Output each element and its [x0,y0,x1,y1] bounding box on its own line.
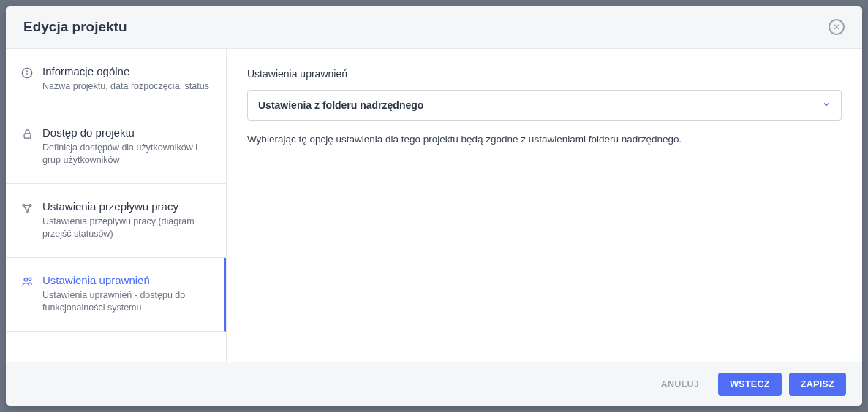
sidebar-item-workflow-settings[interactable]: Ustawienia przepływu pracy Ustawienia pr… [6,184,226,258]
sidebar-item-desc: Nazwa projektu, data rozpoczęcia, status [42,80,211,94]
chevron-down-icon [822,100,831,111]
sidebar-item-permissions-settings[interactable]: Ustawienia uprawnień Ustawienia uprawnie… [6,258,226,332]
content-panel: Ustawienia uprawnień Ustawienia z folder… [227,49,862,362]
save-button[interactable]: ZAPISZ [789,373,846,396]
workflow-icon [20,202,34,215]
sidebar-item-desc: Ustawienia przepływu pracy (diagram prze… [42,215,211,241]
svg-point-2 [27,71,28,72]
permissions-source-select[interactable]: Ustawienia z folderu nadrzędnego [247,90,842,121]
sidebar-item-project-access[interactable]: Dostęp do projektu Definicja dostępów dl… [6,110,226,184]
sidebar-item-desc: Ustawienia uprawnień - dostępu do funkcj… [42,289,210,315]
users-icon [20,275,34,289]
modal-title: Edycja projektu [23,19,127,35]
cancel-button[interactable]: ANULUJ [649,373,712,396]
svg-point-8 [29,278,31,281]
modal-header: Edycja projektu ✕ [6,6,862,49]
close-icon: ✕ [833,23,840,31]
lock-icon [20,128,34,141]
svg-point-4 [23,204,25,206]
sidebar-item-title: Dostęp do projektu [42,126,211,139]
modal-body: Informacje ogólne Nazwa projektu, data r… [6,49,862,362]
svg-point-7 [24,278,27,281]
close-button[interactable]: ✕ [829,19,845,35]
modal-footer: ANULUJ WSTECZ ZAPISZ [6,362,862,406]
edit-project-modal: Edycja projektu ✕ Informacje ogólne Nazw… [6,6,862,406]
sidebar-item-title: Ustawienia przepływu pracy [42,200,211,213]
help-text: Wybierając tę opcję ustawienia dla tego … [247,134,842,145]
sidebar-item-title: Informacje ogólne [42,65,211,77]
sidebar-item-title: Ustawienia uprawnień [42,274,210,286]
sidebar: Informacje ogólne Nazwa projektu, data r… [6,49,227,362]
svg-rect-3 [24,134,31,138]
content-heading: Ustawienia uprawnień [247,68,842,80]
sidebar-item-desc: Definicja dostępów dla użytkowników i gr… [42,142,211,167]
info-icon [20,66,34,80]
sidebar-item-general-info[interactable]: Informacje ogólne Nazwa projektu, data r… [6,49,226,110]
back-button[interactable]: WSTECZ [718,373,782,396]
svg-point-6 [26,210,29,212]
svg-point-5 [29,204,31,206]
select-value: Ustawienia z folderu nadrzędnego [258,99,423,111]
